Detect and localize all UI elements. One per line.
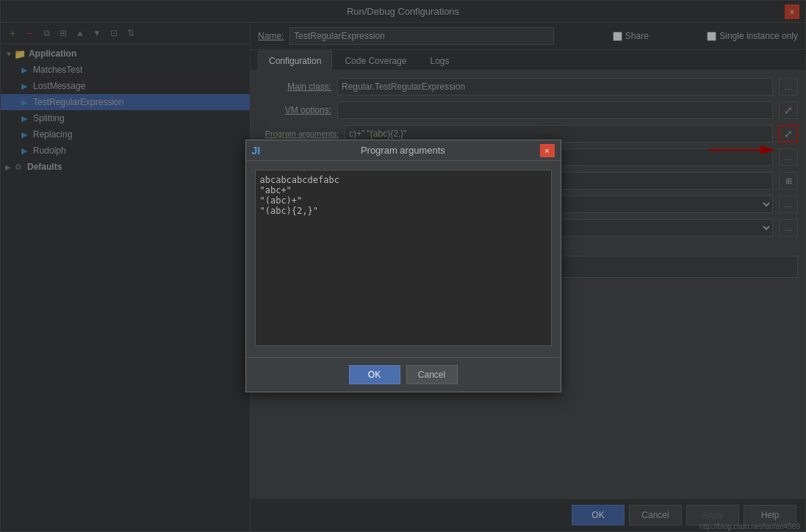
modal-close-button[interactable]: × [540, 144, 555, 157]
modal-ok-button[interactable]: OK [349, 365, 400, 384]
modal-body: abcabcabcdefabc "abc+" "(abc)+" "(abc){2… [246, 161, 561, 357]
modal-cancel-button[interactable]: Cancel [406, 365, 458, 384]
modal-title: Program arguments [266, 145, 539, 156]
program-arguments-dialog: JI Program arguments × abcabcabcdefabc "… [245, 140, 561, 392]
modal-logo: JI [252, 145, 261, 157]
modal-overlay: JI Program arguments × abcabcabcdefabc "… [0, 0, 806, 532]
modal-footer: OK Cancel [246, 357, 561, 392]
program-arguments-textarea[interactable]: abcabcabcdefabc "abc+" "(abc)+" "(abc){2… [255, 170, 552, 346]
modal-titlebar: JI Program arguments × [246, 140, 561, 161]
